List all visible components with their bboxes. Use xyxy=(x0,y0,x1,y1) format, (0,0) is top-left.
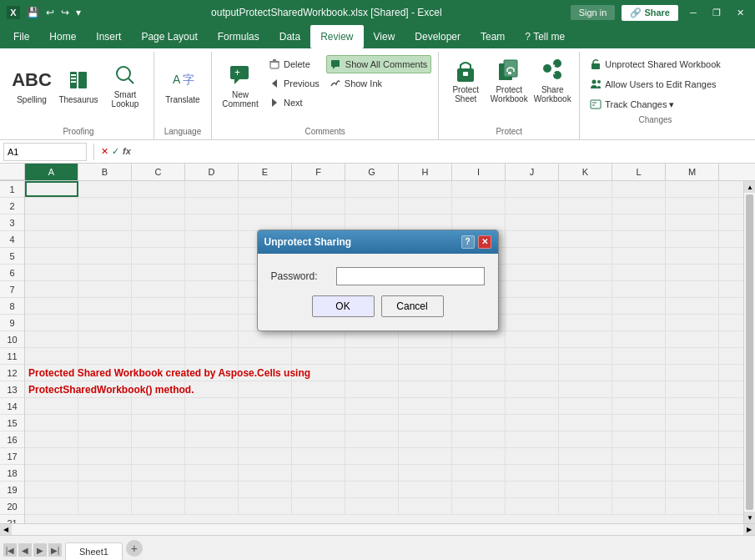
dialog-ok-button[interactable]: OK xyxy=(312,295,375,317)
password-label: Password: xyxy=(271,270,330,282)
unprotect-sharing-dialog: Unprotect Sharing ? ✕ Password: OK Cance… xyxy=(257,230,499,331)
dialog-close-icon[interactable]: ✕ xyxy=(478,235,491,249)
dialog-titlebar: Unprotect Sharing ? ✕ xyxy=(258,230,498,254)
dialog-cancel-button[interactable]: Cancel xyxy=(381,295,444,317)
dialog-title-label: Unprotect Sharing xyxy=(264,236,352,248)
dialog-password-row: Password: xyxy=(271,267,485,285)
password-input[interactable] xyxy=(336,267,485,285)
dialog-overlay: Unprotect Sharing ? ✕ Password: OK Cance… xyxy=(0,0,755,560)
dialog-body: Password: OK Cancel xyxy=(258,254,498,330)
dialog-help-icon[interactable]: ? xyxy=(461,235,475,249)
dialog-title-icons: ? ✕ xyxy=(461,235,491,249)
dialog-buttons: OK Cancel xyxy=(271,295,485,317)
